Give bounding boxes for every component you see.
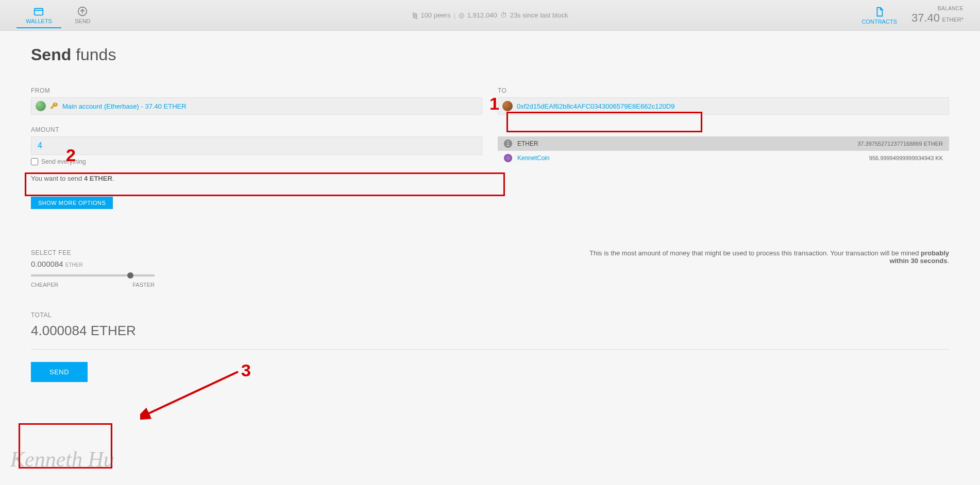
peers-text: 100 peers: [421, 11, 451, 19]
top-bar: WALLETS SEND ⧎ 100 peers | ◎ 1,912,040 ⏱…: [0, 0, 980, 31]
cheaper-label: CHEAPER: [31, 282, 58, 288]
nav-left: WALLETS SEND: [16, 3, 100, 28]
block-icon: ◎: [459, 11, 464, 19]
show-more-options-button[interactable]: SHOW MORE OPTIONS: [31, 197, 113, 209]
fee-value-wrap: 0.000084 ETHER: [31, 259, 175, 268]
summary-suffix: .: [112, 175, 114, 182]
clock-icon: ⏱: [500, 11, 507, 19]
token-balance-kennet: 956.99994999999934943 KK: [869, 155, 943, 161]
to-address-input[interactable]: 0xf2d15dEAf62b8c4AFC0343006579E8E662c120…: [498, 97, 949, 115]
fee-label: SELECT FEE: [31, 249, 175, 256]
nav-contracts[interactable]: CONTRACTS: [861, 6, 897, 25]
title-light: funds: [76, 45, 116, 64]
fee-text-a: This is the most amount of money that mi…: [589, 249, 921, 257]
since-block: 23s since last block: [510, 11, 568, 19]
faster-label: FASTER: [132, 282, 155, 288]
nav-wallets-label: WALLETS: [26, 18, 52, 24]
amount-input[interactable]: [31, 136, 482, 155]
main-content: Send funds FROM Main account (Etherbase)…: [0, 31, 980, 396]
balance-value: 37.40: [911, 11, 940, 24]
amount-col: AMOUNT Send everything You want to send …: [31, 126, 482, 209]
slider-labels: CHEAPER FASTER: [31, 282, 155, 288]
status-bar: ⧎ 100 peers | ◎ 1,912,040 ⏱ 23s since la…: [412, 11, 568, 19]
amount-summary: You want to send 4 ETHER.: [31, 175, 482, 182]
summary-bold: 4 ETHER: [84, 175, 112, 182]
send-icon: [77, 6, 88, 17]
balance-label: BALANCE: [911, 6, 964, 11]
token-name-kennet: KennetCoin: [517, 154, 864, 162]
nav-send-label: SEND: [75, 18, 91, 24]
fee-slider[interactable]: CHEAPER FASTER: [31, 274, 155, 288]
token-row-kennetcoin[interactable]: KennetCoin 956.99994999999934943 KK: [498, 151, 949, 165]
total-label: TOTAL: [31, 311, 949, 319]
fee-section: SELECT FEE 0.000084 ETHER CHEAPER FASTER…: [31, 249, 949, 288]
balance-unit: ETHER*: [942, 16, 964, 23]
total-section: TOTAL 4.000084 ETHER: [31, 311, 949, 339]
contracts-icon: [874, 6, 885, 18]
token-row-ether[interactable]: Ξ ETHER 37.397552712377168869 ETHER: [498, 136, 949, 151]
from-to-row: FROM Main account (Etherbase) - 37.40 ET…: [31, 87, 949, 115]
token-spacer: [498, 126, 949, 133]
amount-label: AMOUNT: [31, 126, 482, 133]
fee-left: SELECT FEE 0.000084 ETHER CHEAPER FASTER: [31, 249, 175, 288]
page-title: Send funds: [31, 45, 949, 64]
nav-right: CONTRACTS BALANCE 37.40 ETHER*: [861, 6, 964, 25]
total-value: 4.000084 ETHER: [31, 323, 949, 339]
slider-knob[interactable]: [127, 272, 133, 279]
from-account-text: Main account (Etherbase) - 37.40 ETHER: [62, 102, 187, 110]
token-col: Ξ ETHER 37.397552712377168869 ETHER Kenn…: [498, 126, 949, 209]
to-label: TO: [498, 87, 949, 94]
from-col: FROM Main account (Etherbase) - 37.40 ET…: [31, 87, 482, 115]
to-identicon: [502, 101, 513, 111]
token-list: Ξ ETHER 37.397552712377168869 ETHER Kenn…: [498, 136, 949, 165]
ether-icon: Ξ: [504, 140, 512, 148]
send-button[interactable]: SEND: [31, 362, 88, 382]
nav-wallets[interactable]: WALLETS: [16, 3, 61, 28]
token-balance-ether: 37.397552712377168869 ETHER: [857, 141, 943, 147]
send-everything-label: Send everything: [41, 158, 86, 165]
fee-unit: ETHER: [65, 262, 83, 268]
kennetcoin-icon: [504, 154, 512, 162]
from-identicon: [36, 101, 46, 111]
nav-contracts-label: CONTRACTS: [861, 19, 897, 25]
send-everything-checkbox[interactable]: [31, 158, 38, 165]
divider: [31, 349, 949, 350]
fee-value: 0.000084: [31, 259, 63, 268]
to-col: TO 0xf2d15dEAf62b8c4AFC0343006579E8E662c…: [498, 87, 949, 115]
send-everything-row: Send everything: [31, 158, 482, 165]
nav-send[interactable]: SEND: [65, 3, 100, 28]
title-bold: Send: [31, 45, 71, 64]
from-account-select[interactable]: Main account (Etherbase) - 37.40 ETHER: [31, 97, 482, 115]
block-number: 1,912,040: [467, 11, 497, 19]
summary-prefix: You want to send: [31, 175, 84, 182]
wallet-icon: [33, 6, 44, 17]
amount-row: AMOUNT Send everything You want to send …: [31, 126, 949, 209]
peers-icon: ⧎: [412, 11, 418, 19]
annotation-box-3: [19, 423, 112, 469]
key-icon: [50, 102, 58, 110]
svg-rect-0: [35, 8, 43, 15]
separator: |: [453, 11, 455, 19]
watermark: Kenneth Hu: [10, 447, 114, 472]
fee-description: This is the most amount of money that mi…: [588, 249, 949, 265]
fee-text-c: .: [947, 257, 949, 265]
balance-display: BALANCE 37.40 ETHER*: [911, 6, 964, 25]
from-label: FROM: [31, 87, 482, 94]
token-name-ether: ETHER: [517, 140, 852, 147]
to-address-text: 0xf2d15dEAf62b8c4AFC0343006579E8E662c120…: [517, 102, 674, 110]
slider-track: [31, 274, 155, 276]
